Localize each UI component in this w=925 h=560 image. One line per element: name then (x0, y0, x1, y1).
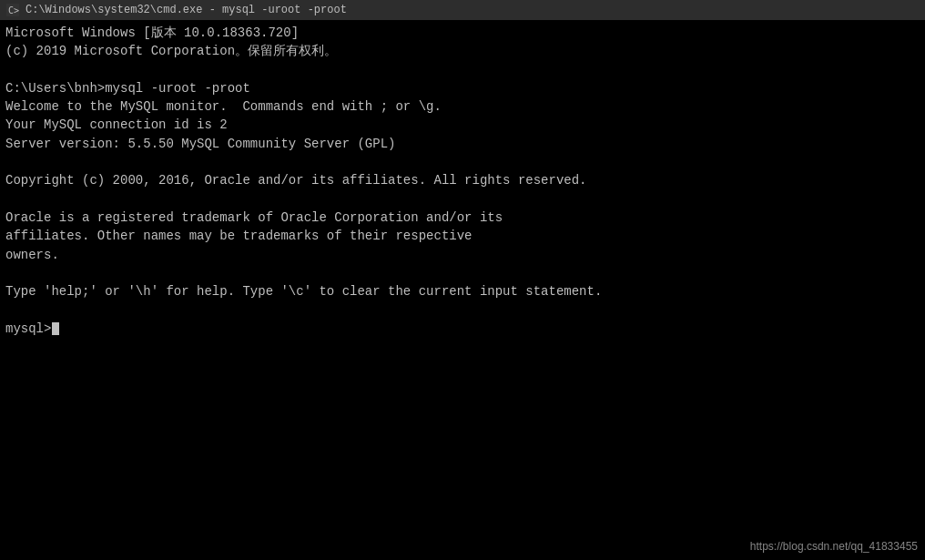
svg-text:C>: C> (8, 5, 19, 15)
url-watermark: https://blog.csdn.net/qq_41833455 (750, 539, 918, 555)
terminal-output: Microsoft Windows [版本 10.0.18363.720] (c… (5, 24, 920, 338)
cursor (52, 322, 59, 335)
terminal-body[interactable]: Microsoft Windows [版本 10.0.18363.720] (c… (0, 20, 925, 560)
titlebar: C> C:\Windows\system32\cmd.exe - mysql -… (0, 0, 925, 20)
cmd-icon: C> (5, 3, 20, 17)
titlebar-text: C:\Windows\system32\cmd.exe - mysql -uro… (25, 4, 347, 16)
